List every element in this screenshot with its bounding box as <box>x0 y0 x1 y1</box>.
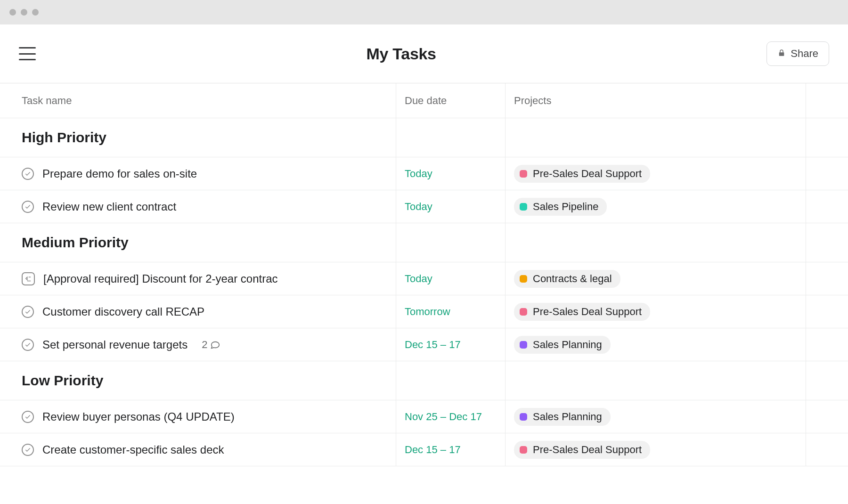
task-name: Prepare demo for sales on-site <box>42 167 197 180</box>
project-pill-label: Pre-Sales Deal Support <box>533 444 642 456</box>
project-pill-label: Pre-Sales Deal Support <box>533 168 642 180</box>
task-row[interactable]: Create customer-specific sales deckDec 1… <box>0 433 848 466</box>
menu-icon[interactable] <box>19 47 36 60</box>
check-circle-icon[interactable] <box>22 339 34 351</box>
check-circle-icon[interactable] <box>22 444 34 456</box>
section-header-row[interactable]: High Priority <box>0 118 848 157</box>
section-header-row[interactable]: Medium Priority <box>0 223 848 262</box>
due-date: Tomorrow <box>405 306 450 318</box>
task-name: Customer discovery call RECAP <box>42 305 204 318</box>
project-pill-label: Sales Pipeline <box>533 201 598 213</box>
column-spacer <box>806 83 848 118</box>
share-button-label: Share <box>791 48 818 60</box>
project-pill-label: Contracts & legal <box>533 273 612 285</box>
task-row[interactable]: Review new client contractTodaySales Pip… <box>0 190 848 223</box>
task-name: Set personal revenue targets <box>42 338 188 351</box>
project-color-dot <box>520 203 527 211</box>
task-name: Review buyer personas (Q4 UPDATE) <box>42 410 235 423</box>
lock-icon <box>777 48 786 60</box>
task-row[interactable]: Customer discovery call RECAPTomorrowPre… <box>0 295 848 328</box>
window-titlebar <box>0 0 848 24</box>
task-row[interactable]: [Approval required] Discount for 2-year … <box>0 262 848 295</box>
column-header-due[interactable]: Due date <box>396 83 505 118</box>
due-date: Dec 15 – 17 <box>405 339 461 351</box>
section-label: High Priority <box>22 130 106 146</box>
section-label: Low Priority <box>22 373 103 389</box>
project-pill[interactable]: Pre-Sales Deal Support <box>514 441 650 459</box>
check-circle-icon[interactable] <box>22 411 34 423</box>
section-header-row[interactable]: Low Priority <box>0 361 848 400</box>
project-color-dot <box>520 341 527 349</box>
project-color-dot <box>520 446 527 454</box>
project-pill[interactable]: Sales Pipeline <box>514 198 607 216</box>
project-pill[interactable]: Contracts & legal <box>514 270 620 288</box>
page-title: My Tasks <box>367 45 436 63</box>
project-pill[interactable]: Sales Planning <box>514 408 611 426</box>
project-pill-label: Pre-Sales Deal Support <box>533 306 642 318</box>
project-pill-label: Sales Planning <box>533 339 602 351</box>
share-button[interactable]: Share <box>766 41 829 66</box>
check-circle-icon[interactable] <box>22 168 34 180</box>
due-date: Today <box>405 201 432 213</box>
task-grid: Task name Due date Projects High Priorit… <box>0 83 848 466</box>
traffic-light-minimize[interactable] <box>21 9 27 16</box>
column-header-projects[interactable]: Projects <box>505 83 806 118</box>
project-color-dot <box>520 308 527 316</box>
project-color-dot <box>520 275 527 283</box>
project-pill[interactable]: Pre-Sales Deal Support <box>514 165 650 183</box>
task-name: Create customer-specific sales deck <box>42 443 224 456</box>
traffic-light-close[interactable] <box>9 9 16 16</box>
traffic-light-zoom[interactable] <box>32 9 39 16</box>
comment-count[interactable]: 2 <box>202 339 220 351</box>
check-circle-icon[interactable] <box>22 201 34 213</box>
task-name: [Approval required] Discount for 2-year … <box>43 272 278 285</box>
approval-icon[interactable] <box>22 272 35 285</box>
speech-bubble-icon <box>210 340 220 350</box>
due-date: Dec 15 – 17 <box>405 444 461 456</box>
task-row[interactable]: Prepare demo for sales on-siteTodayPre-S… <box>0 157 848 190</box>
task-row[interactable]: Review buyer personas (Q4 UPDATE)Nov 25 … <box>0 400 848 433</box>
task-row[interactable]: Set personal revenue targets2Dec 15 – 17… <box>0 328 848 361</box>
page-header: My Tasks Share <box>0 24 848 83</box>
project-color-dot <box>520 413 527 421</box>
section-label: Medium Priority <box>22 235 129 251</box>
column-header-row: Task name Due date Projects <box>0 83 848 118</box>
due-date: Nov 25 – Dec 17 <box>405 411 482 423</box>
column-header-task[interactable]: Task name <box>0 83 396 118</box>
project-pill[interactable]: Sales Planning <box>514 336 611 354</box>
due-date: Today <box>405 273 432 285</box>
project-pill[interactable]: Pre-Sales Deal Support <box>514 303 650 321</box>
due-date: Today <box>405 168 432 180</box>
project-pill-label: Sales Planning <box>533 411 602 423</box>
project-color-dot <box>520 170 527 178</box>
task-name: Review new client contract <box>42 200 176 213</box>
check-circle-icon[interactable] <box>22 306 34 318</box>
